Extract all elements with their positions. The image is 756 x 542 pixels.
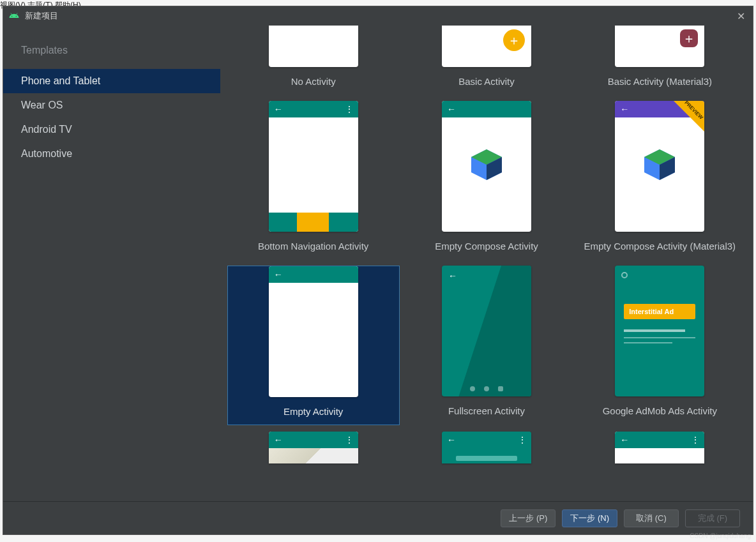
appbar: ←: [442, 101, 531, 117]
previous-button[interactable]: 上一步 (P): [501, 509, 556, 527]
back-icon: ←: [620, 435, 629, 445]
template-empty-compose[interactable]: ← Empty Compose Activity: [400, 101, 573, 259]
template-thumb: ← ⛶: [442, 266, 531, 396]
android-icon: [8, 10, 20, 22]
template-thumb: ←: [269, 266, 358, 397]
template-thumb: ←⋮: [615, 432, 704, 463]
overflow-icon: ⋮: [518, 435, 526, 445]
next-button[interactable]: 下一步 (N): [562, 509, 617, 527]
template-label: Google AdMob Ads Activity: [603, 405, 717, 416]
appbar: ←⋮: [269, 432, 358, 448]
window-title: 新建项目: [25, 10, 58, 22]
fab-icon: ＋: [503, 29, 525, 51]
appbar: ←⋮: [269, 101, 358, 117]
close-icon[interactable]: ✕: [734, 10, 748, 22]
watermark: CSDN @junqiduhang: [690, 532, 751, 539]
template-empty-activity[interactable]: ← Empty Activity: [227, 266, 400, 425]
template-bottom-navigation[interactable]: ←⋮ Bottom Navigation Activity: [227, 101, 400, 259]
template-thumb: ← PREVIEW: [615, 101, 704, 232]
sidebar-header: Templates: [3, 45, 220, 69]
template-partial[interactable]: ←⋮: [400, 432, 573, 480]
appbar: ←⋮: [615, 432, 704, 448]
nav-dot: [484, 386, 489, 391]
new-project-dialog: 新建项目 ✕ Templates Phone and Tablet Wear O…: [3, 6, 753, 535]
back-icon: ←: [447, 104, 456, 114]
template-label: Empty Compose Activity (Material3): [584, 241, 736, 252]
template-label: Empty Activity: [284, 406, 343, 417]
fab-icon: ＋: [680, 29, 698, 47]
ad-badge: Interstitial Ad: [624, 304, 695, 319]
appbar: ←: [269, 266, 358, 283]
back-icon: ←: [274, 269, 283, 280]
template-grid: No Activity ＋ Basic Activity ＋ Basic Act…: [227, 26, 746, 480]
template-thumb: Interstitial Ad: [615, 266, 704, 396]
titlebar: 新建项目 ✕: [3, 6, 753, 26]
template-partial[interactable]: ←⋮: [227, 432, 400, 480]
template-basic-activity-m3[interactable]: ＋ Basic Activity (Material3): [573, 26, 746, 94]
finish-button[interactable]: 完成 (F): [685, 509, 740, 527]
template-label: No Activity: [291, 76, 336, 87]
template-basic-activity[interactable]: ＋ Basic Activity: [400, 26, 573, 94]
appbar: ←⋮: [442, 432, 531, 448]
template-label: Fullscreen Activity: [448, 405, 525, 416]
cancel-button[interactable]: 取消 (C): [624, 509, 679, 527]
overflow-icon: ⋮: [345, 104, 353, 114]
template-label: Basic Activity: [458, 76, 515, 87]
template-thumb: ＋: [615, 26, 704, 67]
template-thumb: ＋: [442, 26, 531, 67]
dialog-footer: 上一步 (P) 下一步 (N) 取消 (C) 完成 (F): [3, 501, 753, 534]
nav-dot: [470, 386, 475, 391]
template-partial[interactable]: ←⋮: [573, 432, 746, 480]
back-icon: ←: [274, 104, 283, 114]
template-label: Basic Activity (Material3): [608, 76, 712, 87]
back-icon: ←: [448, 271, 457, 281]
template-thumb: ←⋮: [442, 432, 531, 463]
template-grid-scroll[interactable]: No Activity ＋ Basic Activity ＋ Basic Act…: [220, 26, 753, 501]
template-label: Empty Compose Activity: [435, 241, 538, 252]
overflow-icon: ⋮: [345, 435, 353, 445]
overflow-icon: ⋮: [691, 435, 699, 445]
sidebar-item-phone-tablet[interactable]: Phone and Tablet: [3, 69, 220, 93]
template-thumb: [269, 26, 358, 67]
template-fullscreen[interactable]: ← ⛶ Fullscreen Activity: [400, 266, 573, 425]
template-thumb: ←⋮: [269, 432, 358, 463]
back-icon: ←: [274, 435, 283, 445]
template-empty-compose-m3[interactable]: ← PREVIEW Empty Compose Activity (Materi…: [573, 101, 746, 259]
back-icon: ←: [447, 435, 456, 445]
template-no-activity[interactable]: No Activity: [227, 26, 400, 94]
nav-dot: [498, 386, 503, 391]
compose-logo-icon: [640, 146, 679, 184]
template-thumb: ←: [442, 101, 531, 232]
sidebar-item-wear-os[interactable]: Wear OS: [3, 93, 220, 117]
back-icon: ←: [620, 104, 629, 114]
compose-logo-icon: [467, 146, 506, 184]
sidebar-item-automotive[interactable]: Automotive: [3, 142, 220, 166]
camera-dot-icon: [621, 272, 628, 278]
sidebar: Templates Phone and Tablet Wear OS Andro…: [3, 26, 220, 501]
template-admob[interactable]: Interstitial Ad Google AdMob Ads Activit…: [573, 266, 746, 425]
template-label: Bottom Navigation Activity: [258, 241, 368, 252]
sidebar-item-android-tv[interactable]: Android TV: [3, 117, 220, 142]
template-thumb: ←⋮: [269, 101, 358, 232]
